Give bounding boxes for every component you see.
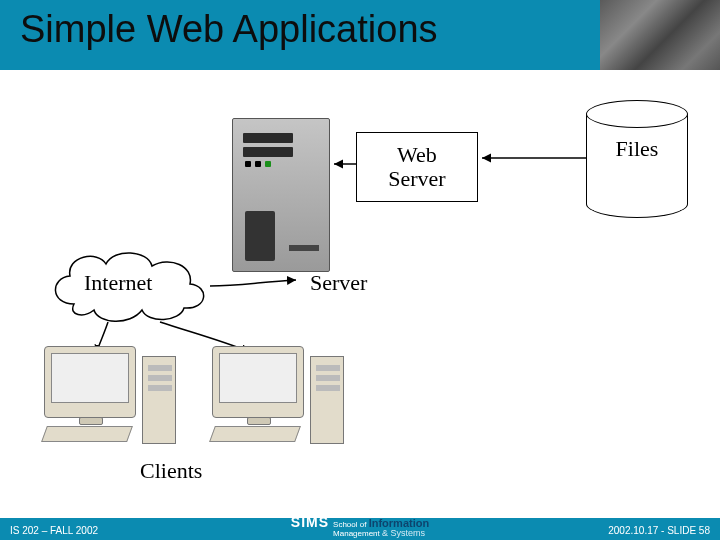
- footer-logo-mgmt: Management: [333, 529, 380, 538]
- slide: Simple Web Applications: [0, 0, 720, 540]
- internet-label: Internet: [84, 270, 152, 296]
- server-label: Server: [310, 270, 367, 296]
- footer-logo-sys: & Systems: [382, 528, 425, 538]
- footer-logo-main: SIMS: [291, 514, 329, 530]
- client-workstation-icon: [212, 346, 362, 456]
- clients-label: Clients: [140, 458, 202, 484]
- footer-left-text: IS 202 – FALL 2002: [10, 525, 98, 536]
- footer-logo-sub: School of Information Management & Syste…: [333, 519, 429, 538]
- client-workstation-icon: [44, 346, 194, 456]
- title-bar-photo: [600, 0, 720, 70]
- footer-right-text: 2002.10.17 - SLIDE 58: [608, 525, 710, 536]
- slide-title: Simple Web Applications: [20, 8, 438, 51]
- files-label: Files: [596, 136, 678, 162]
- web-server-label: Web Server: [388, 143, 445, 191]
- footer-logo-line1: School of: [333, 520, 366, 529]
- footer-logo: SIMS School of Information Management & …: [291, 514, 429, 538]
- diagram-area: Web Server Files Internet Server: [0, 70, 720, 518]
- web-server-label-box: Web Server: [356, 132, 478, 202]
- server-tower-icon: [232, 118, 330, 272]
